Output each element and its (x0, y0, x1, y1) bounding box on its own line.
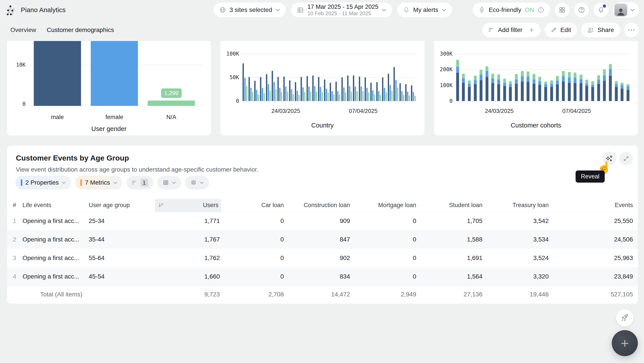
sites-selector[interactable]: 3 sites selected (214, 3, 286, 17)
column-header--[interactable]: # (7, 199, 22, 212)
filters-button[interactable]: 1 (126, 176, 154, 189)
column-header-car-loan[interactable]: Car loan (221, 199, 285, 212)
column-header-life-events[interactable]: Life events (22, 199, 89, 212)
bar-group-day[interactable] (382, 77, 387, 101)
stacked-bar-day[interactable] (509, 81, 512, 101)
bar-group-day[interactable] (312, 75, 317, 101)
bar-group-day[interactable] (405, 84, 410, 101)
bar-group-day[interactable] (336, 82, 340, 101)
bar-group-day[interactable] (342, 77, 346, 101)
stacked-bar-day[interactable] (615, 81, 618, 101)
table-view-selector[interactable] (157, 176, 181, 189)
user-menu[interactable] (613, 2, 639, 18)
table-row[interactable]: 3Opening a first acc...55-641,762090201,… (7, 249, 638, 267)
column-header-events[interactable]: Events (550, 199, 638, 212)
stacked-bar-day[interactable] (620, 83, 624, 101)
stacked-bar-day[interactable] (497, 74, 500, 101)
info-icon[interactable] (538, 6, 544, 13)
stacked-bar-day[interactable] (521, 71, 524, 101)
tab-customer-demographics[interactable]: Customer demographics (47, 26, 114, 34)
bar-group-day[interactable] (306, 76, 312, 101)
column-header-treasury-loan[interactable]: Treasury loan (484, 199, 550, 212)
stacked-bar-day[interactable] (568, 72, 571, 101)
table-row[interactable]: 4Opening a first acc...45-541,660083401,… (7, 267, 638, 286)
stacked-bar-day[interactable] (486, 66, 488, 101)
metrics-selector[interactable]: 7 Metrics (75, 176, 122, 189)
edit-button[interactable]: Edit (544, 23, 577, 37)
column-header-student-loan[interactable]: Student loan (418, 199, 484, 212)
tab-overview[interactable]: Overview (10, 26, 36, 34)
table-row[interactable]: 1Opening a first acc...25-341,771090901,… (7, 212, 638, 230)
stacked-bar-day[interactable] (580, 74, 582, 101)
settings-selector[interactable] (185, 176, 209, 189)
properties-selector[interactable]: 2 Properties (16, 176, 71, 189)
column-header-user-age-group[interactable]: User age group (89, 199, 155, 212)
stacked-bar-day[interactable] (585, 80, 588, 101)
bar-group-day[interactable] (400, 83, 404, 101)
help-button[interactable] (574, 3, 589, 17)
stacked-bar-day[interactable] (597, 75, 600, 101)
bar[interactable] (148, 101, 195, 106)
bar-group-day[interactable] (272, 71, 276, 101)
stacked-bar-day[interactable] (515, 74, 518, 101)
stacked-bar-day[interactable] (603, 69, 606, 101)
bar-group-day[interactable] (254, 81, 259, 101)
stacked-bar-day[interactable] (526, 71, 530, 101)
apps-grid-button[interactable] (555, 3, 570, 17)
stacked-bar-day[interactable] (480, 70, 482, 101)
eco-friendly-toggle[interactable]: Eco-friendly ON (473, 3, 550, 17)
stacked-bar-day[interactable] (562, 71, 565, 101)
bar-group-day[interactable] (284, 76, 288, 101)
bar-group-day[interactable] (248, 77, 253, 101)
bar-group-day[interactable] (324, 79, 329, 101)
stacked-bar-day[interactable] (538, 77, 541, 101)
stacked-bar-day[interactable] (556, 76, 559, 101)
bar-group-day[interactable] (411, 85, 416, 101)
date-range-picker[interactable]: 17 Mar 2025 - 15 Apr 2025 10 Feb 2025 - … (291, 3, 392, 17)
bar-group-day[interactable] (370, 83, 375, 101)
bar-group-day[interactable] (295, 82, 300, 101)
stacked-bar-day[interactable] (532, 74, 536, 101)
stacked-bar-day[interactable] (491, 74, 494, 101)
bar-group-day[interactable] (359, 76, 364, 101)
column-header-users[interactable]: Users (155, 199, 221, 212)
bar-group-day[interactable] (394, 67, 398, 101)
stacked-bar-day[interactable] (468, 80, 471, 101)
column-header-construction-loan[interactable]: Construction loan (285, 199, 351, 212)
bar-group-day[interactable] (347, 75, 352, 101)
expand-button[interactable] (619, 152, 633, 165)
stacked-bar-day[interactable] (626, 84, 630, 101)
bar[interactable] (91, 41, 138, 106)
notifications-button[interactable] (594, 3, 608, 17)
stacked-bar-day[interactable] (574, 72, 576, 101)
more-options-button[interactable] (624, 23, 639, 37)
my-alerts-selector[interactable]: My alerts (397, 3, 452, 17)
bar-group-day[interactable] (260, 77, 265, 101)
bar-group-day[interactable] (318, 77, 323, 101)
bar-group-day[interactable] (353, 75, 358, 101)
bar-group-day[interactable] (330, 83, 334, 101)
bar-group-day[interactable] (300, 77, 306, 101)
stacked-bar-day[interactable] (462, 74, 465, 101)
bar-group-day[interactable] (388, 74, 392, 101)
bar-group-day[interactable] (278, 77, 282, 101)
stacked-bar-day[interactable] (550, 80, 553, 101)
add-filter-button[interactable]: Add filter (482, 23, 541, 37)
stacked-bar-day[interactable] (474, 76, 477, 101)
bar-group-day[interactable] (266, 74, 271, 101)
stacked-bar-day[interactable] (591, 81, 594, 101)
share-button[interactable]: Share (581, 23, 620, 37)
table-row[interactable]: 2Opening a first acc...35-441,767084701,… (7, 230, 638, 249)
bar-group-day[interactable] (289, 80, 294, 101)
add-new-button[interactable]: + (612, 330, 638, 356)
bar-group-day[interactable] (376, 82, 381, 101)
bar-group-day[interactable] (242, 63, 248, 101)
stacked-bar-day[interactable] (503, 79, 506, 101)
stacked-bar-day[interactable] (544, 82, 547, 101)
quick-launch-button[interactable] (616, 309, 634, 326)
bar-group-day[interactable] (364, 77, 370, 101)
stacked-bar-day[interactable] (456, 60, 459, 101)
stacked-bar-day[interactable] (609, 64, 612, 101)
column-header-mortgage-loan[interactable]: Mortgage loan (351, 199, 418, 212)
bar[interactable] (34, 41, 81, 106)
